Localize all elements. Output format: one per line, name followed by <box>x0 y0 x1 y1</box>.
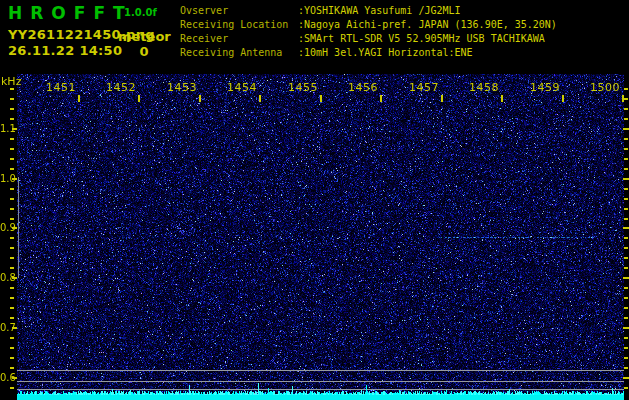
time-tick-mark <box>138 95 140 102</box>
freq-tick-mark <box>10 208 14 210</box>
freq-tick-mark-right <box>624 347 628 349</box>
freq-tick-mark <box>10 317 14 319</box>
freq-tick-label: 0.7 <box>0 322 12 333</box>
freq-tick-mark-right <box>624 218 628 220</box>
freq-tick-mark-right <box>624 357 628 359</box>
freq-tick-mark-right <box>624 168 628 170</box>
app-title: HROFFT <box>8 3 133 23</box>
station-info-row: Receiving Antenna:10mH 3el.YAGI Horizont… <box>180 46 557 60</box>
freq-tick-mark-right <box>624 188 628 190</box>
time-tick-mark <box>380 95 382 102</box>
freq-tick-label: 0.9 <box>0 222 12 233</box>
station-info-row: Ovserver:YOSHIKAWA Yasufumi /JG2MLI <box>180 4 557 18</box>
freq-tick-mark <box>10 88 14 90</box>
freq-tick-mark <box>10 357 14 359</box>
station-info-label: Ovserver <box>180 4 298 18</box>
station-info-label: Receiving Location <box>180 18 298 32</box>
freq-tick-mark <box>10 138 14 140</box>
freq-tick-mark <box>12 128 17 130</box>
freq-tick-mark <box>10 287 14 289</box>
freq-tick-mark <box>10 337 14 339</box>
time-tick-label: 1451 <box>36 81 76 94</box>
freq-tick-mark <box>10 237 14 239</box>
freq-tick-mark-right <box>624 307 628 309</box>
time-tick-label: 1453 <box>157 81 197 94</box>
station-info-row: Receiver:SMArt RTL-SDR V5 52.905MHz USB … <box>180 32 557 46</box>
freq-tick-mark-right <box>624 257 628 259</box>
freq-tick-mark <box>10 148 14 150</box>
freq-tick-mark-right <box>624 337 628 339</box>
freq-tick-mark-right <box>624 247 628 249</box>
station-info-value: :10mH 3el.YAGI Horizontal:ENE <box>298 47 473 58</box>
freq-tick-mark <box>10 218 14 220</box>
freq-tick-mark <box>10 257 14 259</box>
freq-tick-mark-right <box>624 317 628 319</box>
spectrogram-canvas <box>17 74 624 400</box>
app-version: 1.0.0f <box>124 7 157 18</box>
time-tick-mark <box>441 95 443 102</box>
time-tick-label: 1456 <box>338 81 378 94</box>
freq-tick-mark-right <box>624 297 628 299</box>
freq-tick-mark <box>10 198 14 200</box>
freq-tick-mark-right <box>624 198 628 200</box>
freq-tick-mark-right <box>623 277 629 279</box>
meteor-count: 0 <box>118 44 170 59</box>
freq-tick-mark-right <box>624 267 628 269</box>
freq-tick-mark <box>12 178 17 180</box>
freq-tick-mark-right <box>624 287 628 289</box>
time-tick-mark <box>501 95 503 102</box>
freq-tick-mark <box>12 227 17 229</box>
timestamp: 26.11.22 14:50 <box>8 43 122 58</box>
freq-tick-mark-right <box>624 367 628 369</box>
freq-tick-mark-right <box>623 327 629 329</box>
time-tick-label: 1459 <box>520 81 560 94</box>
station-info-value: :SMArt RTL-SDR V5 52.905MHz USB TACHIKAW… <box>298 33 545 44</box>
freq-tick-mark <box>10 387 14 389</box>
freq-tick-mark-right <box>624 98 628 100</box>
freq-tick-mark-right <box>624 88 628 90</box>
station-info-row: Receiving Location:Nagoya Aichi-pref. JA… <box>180 18 557 32</box>
freq-tick-mark-right <box>624 118 628 120</box>
station-info-value: :Nagoya Aichi-pref. JAPAN (136.90E, 35.2… <box>298 19 557 30</box>
freq-tick-mark-right <box>624 108 628 110</box>
freq-axis-unit-label: kHz <box>1 75 21 88</box>
freq-tick-mark <box>10 267 14 269</box>
freq-tick-mark <box>10 98 14 100</box>
freq-tick-mark <box>10 347 14 349</box>
freq-tick-mark-right <box>623 227 629 229</box>
time-tick-label: 1452 <box>96 81 136 94</box>
freq-tick-mark <box>10 108 14 110</box>
freq-tick-mark-right <box>624 237 628 239</box>
mode-label: meteor <box>118 29 170 44</box>
time-tick-mark <box>259 95 261 102</box>
freq-tick-mark-right <box>623 178 629 180</box>
freq-tick-mark <box>10 188 14 190</box>
freq-tick-mark <box>10 297 14 299</box>
time-tick-mark <box>562 95 564 102</box>
freq-tick-label: 1.1 <box>0 123 12 134</box>
freq-tick-mark <box>10 367 14 369</box>
time-tick-label: 1457 <box>399 81 439 94</box>
time-tick-label: 1455 <box>278 81 318 94</box>
freq-tick-label: 1.0 <box>0 173 12 184</box>
hrofft-output-window: HROFFT 1.0.0f YY2611221450.png meteor 26… <box>0 0 629 400</box>
station-info-label: Receiver <box>180 32 298 46</box>
freq-tick-label: 0.8 <box>0 272 12 283</box>
freq-tick-mark <box>10 307 14 309</box>
freq-tick-mark-right <box>623 377 629 379</box>
time-tick-mark <box>320 95 322 102</box>
freq-tick-mark-right <box>624 158 628 160</box>
freq-tick-mark <box>12 377 17 379</box>
freq-tick-mark-right <box>623 128 629 130</box>
time-tick-mark <box>78 95 80 102</box>
time-tick-label: 1500 <box>580 81 620 94</box>
time-tick-label: 1454 <box>217 81 257 94</box>
freq-tick-mark-right <box>624 387 628 389</box>
station-info-label: Receiving Antenna <box>180 46 298 60</box>
freq-tick-mark <box>10 118 14 120</box>
time-tick-label: 1458 <box>459 81 499 94</box>
freq-tick-mark-right <box>624 138 628 140</box>
freq-tick-mark <box>12 277 17 279</box>
station-info-block: Ovserver:YOSHIKAWA Yasufumi /JG2MLIRecei… <box>180 4 557 60</box>
freq-tick-mark <box>12 327 17 329</box>
